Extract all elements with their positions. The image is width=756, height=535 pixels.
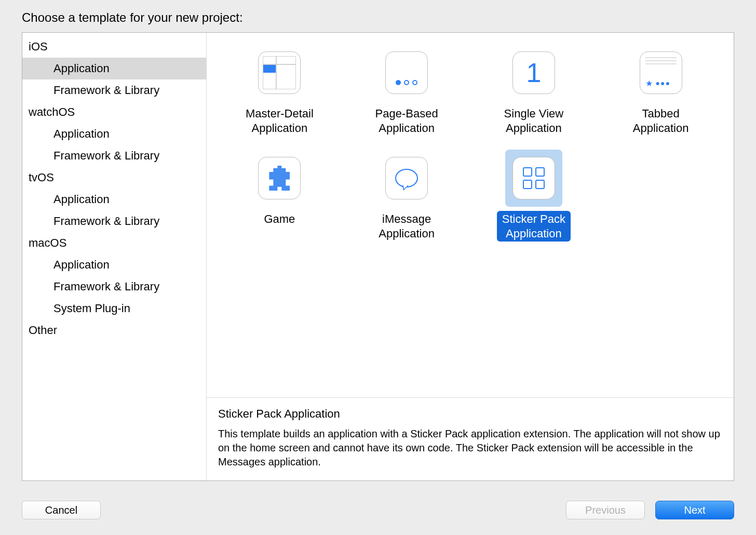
template-label: Tabbed Application [628,105,694,136]
template-icon-wrap [505,150,562,207]
imessage-icon [385,157,428,199]
sidebar-item-macos-plugin[interactable]: System Plug-in [22,298,206,319]
template-icon-wrap [251,150,308,207]
page-based-icon [385,51,428,94]
sidebar-item-watchos-application[interactable]: Application [22,123,206,145]
sidebar-item-ios-framework[interactable]: Framework & Library [22,79,206,101]
template-game[interactable]: Game [221,150,338,242]
template-sticker-pack[interactable]: Sticker Pack Application [476,150,592,242]
cancel-button[interactable]: Cancel [22,501,101,519]
template-label: Page-Based Application [370,105,443,136]
template-label: iMessage Application [373,211,440,242]
template-icon-wrap [378,44,435,101]
sidebar: iOS Application Framework & Library watc… [22,33,207,480]
templates-grid: Master-Detail Application Page-Based App… [207,33,734,397]
sticker-pack-icon [512,157,555,199]
sidebar-item-watchos-framework[interactable]: Framework & Library [22,145,206,167]
sidebar-header-macos: macOS [22,232,206,254]
content-area: Master-Detail Application Page-Based App… [207,33,734,480]
sidebar-item-tvos-framework[interactable]: Framework & Library [22,210,206,232]
tabbed-icon: ★••• [640,51,682,94]
next-button[interactable]: Next [655,501,734,519]
template-label: Game [259,211,300,228]
template-master-detail[interactable]: Master-Detail Application [221,44,338,136]
template-label: Sticker Pack Application [497,211,571,242]
description-title: Sticker Pack Application [218,407,722,421]
sidebar-item-ios-application[interactable]: Application [22,58,206,79]
sidebar-header-other: Other [22,319,206,341]
dialog-prompt: Choose a template for your new project: [22,10,734,25]
template-icon-wrap [378,150,435,207]
previous-button[interactable]: Previous [566,501,645,519]
sidebar-item-tvos-application[interactable]: Application [22,189,206,210]
game-icon [258,157,301,199]
sidebar-header-ios: iOS [22,36,206,58]
template-icon-wrap [251,44,308,101]
template-label: Master-Detail Application [240,105,319,136]
description-panel: Sticker Pack Application This template b… [207,397,734,480]
single-view-icon: 1 [512,51,555,94]
sidebar-header-watchos: watchOS [22,101,206,123]
template-icon-wrap: 1 [505,44,562,101]
template-icon-wrap: ★••• [632,44,690,101]
sidebar-header-tvos: tvOS [22,167,206,189]
template-page-based[interactable]: Page-Based Application [348,44,465,136]
template-label: Single View Application [499,105,569,136]
dialog-footer: Cancel Previous Next [22,481,734,519]
description-body: This template builds an application with… [218,427,722,469]
main-panel: iOS Application Framework & Library watc… [22,32,734,481]
sidebar-item-macos-application[interactable]: Application [22,254,206,276]
template-tabbed[interactable]: ★••• Tabbed Application [602,44,719,136]
sidebar-item-macos-framework[interactable]: Framework & Library [22,276,206,298]
master-detail-icon [258,51,301,94]
template-imessage[interactable]: iMessage Application [348,150,465,242]
template-single-view[interactable]: 1 Single View Application [476,44,592,136]
